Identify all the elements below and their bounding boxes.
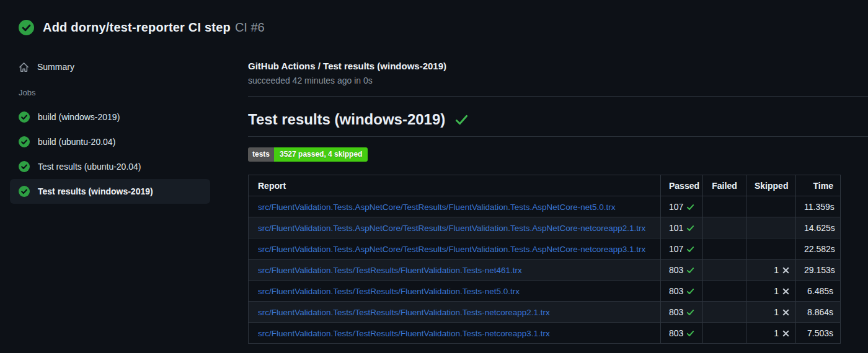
check-run-status-text: succeeded 42 minutes ago in 0s	[248, 76, 868, 85]
report-link[interactable]: src/FluentValidation.Tests.AspNetCore/Te…	[258, 203, 616, 212]
passed-count: 107	[669, 244, 683, 254]
home-icon	[19, 62, 29, 72]
skipped-x-icon	[782, 266, 790, 274]
column-header-failed: Failed	[703, 175, 746, 196]
check-run-header: GitHub Actions / Test results (windows-2…	[248, 45, 868, 97]
run-number: CI #6	[235, 20, 265, 34]
report-link[interactable]: src/FluentValidation.Tests.AspNetCore/Te…	[258, 224, 645, 233]
time-value: 6.485s	[807, 286, 833, 296]
passed-count: 803	[669, 307, 683, 317]
sidebar: Summary Jobs build (windows-2019) build …	[0, 45, 220, 204]
passed-check-icon	[686, 224, 694, 232]
time-value: 22.582s	[804, 244, 835, 254]
time-value: 11.359s	[804, 202, 835, 212]
job-label: Test results (windows-2019)	[38, 186, 153, 196]
tests-badge-label: tests	[248, 147, 274, 162]
report-table-body: src/FluentValidation.Tests.AspNetCore/Te…	[249, 196, 841, 344]
section-title: Test results (windows-2019)	[248, 111, 445, 128]
passed-check-icon	[686, 245, 694, 253]
passed-count: 803	[669, 328, 683, 338]
passed-check-icon	[686, 308, 694, 316]
sidebar-summary-label: Summary	[37, 62, 74, 72]
column-header-skipped: Skipped	[746, 175, 796, 196]
report-link[interactable]: src/FluentValidation.Tests/TestResults/F…	[258, 287, 520, 296]
report-table-header-row: Report Passed Failed Skipped Time	[249, 175, 841, 196]
report-link[interactable]: src/FluentValidation.Tests/TestResults/F…	[258, 308, 550, 317]
check-icon	[454, 113, 469, 127]
check-circle-icon	[19, 161, 30, 172]
passed-check-icon	[686, 329, 694, 338]
jobs-section-label: Jobs	[10, 88, 210, 97]
skipped-count: 1	[774, 328, 779, 338]
column-header-passed: Passed	[661, 175, 703, 196]
sidebar-job-item[interactable]: build (windows-2019)	[10, 105, 210, 129]
table-row: src/FluentValidation.Tests/TestResults/F…	[249, 281, 841, 302]
passed-count: 803	[669, 286, 683, 296]
run-title: Add dorny/test-reporter CI step	[43, 20, 231, 34]
skipped-count: 1	[774, 286, 779, 296]
time-value: 14.625s	[804, 223, 835, 233]
passed-count: 803	[669, 265, 683, 275]
check-circle-icon	[19, 111, 30, 123]
job-label: build (ubuntu-20.04)	[38, 137, 115, 147]
run-header: Add dorny/test-reporter CI stepCI #6	[0, 0, 868, 45]
job-label: build (windows-2019)	[38, 112, 120, 122]
skipped-count: 1	[774, 265, 779, 275]
main-panel: GitHub Actions / Test results (windows-2…	[220, 45, 868, 344]
tests-badge-value: 3527 passed, 4 skipped	[274, 147, 368, 162]
table-row: src/FluentValidation.Tests/TestResults/F…	[249, 323, 841, 344]
check-run-title: GitHub Actions / Test results (windows-2…	[248, 61, 868, 71]
check-circle-icon	[19, 20, 34, 35]
section-title-row: Test results (windows-2019)	[248, 111, 868, 137]
jobs-list: build (windows-2019) build (ubuntu-20.04…	[10, 105, 210, 204]
report-table: Report Passed Failed Skipped Time src/Fl…	[248, 175, 841, 344]
table-row: src/FluentValidation.Tests/TestResults/F…	[249, 259, 841, 281]
table-row: src/FluentValidation.Tests.AspNetCore/Te…	[249, 196, 841, 217]
time-value: 29.153s	[804, 265, 835, 275]
table-row: src/FluentValidation.Tests/TestResults/F…	[249, 302, 841, 323]
time-value: 8.864s	[807, 307, 833, 317]
tests-badge: tests 3527 passed, 4 skipped	[248, 147, 368, 162]
table-row: src/FluentValidation.Tests.AspNetCore/Te…	[249, 217, 841, 238]
passed-check-icon	[686, 287, 694, 295]
check-circle-icon	[19, 136, 30, 147]
skipped-x-icon	[782, 329, 790, 338]
report-link[interactable]: src/FluentValidation.Tests.AspNetCore/Te…	[258, 245, 645, 254]
check-circle-icon	[19, 186, 30, 197]
report-link[interactable]: src/FluentValidation.Tests/TestResults/F…	[258, 329, 550, 338]
skipped-x-icon	[782, 308, 790, 316]
passed-check-icon	[686, 266, 694, 274]
skipped-count: 1	[774, 307, 779, 317]
sidebar-job-item-selected[interactable]: Test results (windows-2019)	[10, 179, 210, 204]
sidebar-item-summary[interactable]: Summary	[10, 54, 210, 79]
column-header-report: Report	[249, 175, 661, 196]
sidebar-job-item[interactable]: Test results (ubuntu-20.04)	[10, 154, 210, 179]
passed-count: 107	[669, 202, 683, 212]
sidebar-job-item[interactable]: build (ubuntu-20.04)	[10, 129, 210, 154]
skipped-x-icon	[782, 287, 790, 295]
passed-check-icon	[686, 203, 694, 211]
job-label: Test results (ubuntu-20.04)	[38, 162, 141, 172]
column-header-time: Time	[796, 175, 841, 196]
passed-count: 101	[669, 223, 683, 233]
time-value: 7.503s	[807, 328, 833, 338]
table-row: src/FluentValidation.Tests.AspNetCore/Te…	[249, 238, 841, 259]
report-link[interactable]: src/FluentValidation.Tests/TestResults/F…	[258, 266, 522, 275]
